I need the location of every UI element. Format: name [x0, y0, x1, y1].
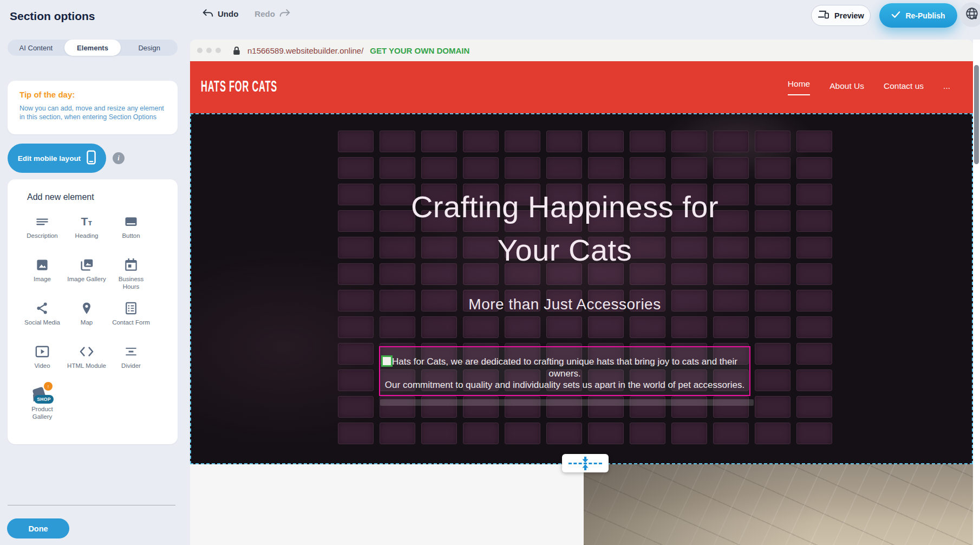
social-media-icon	[35, 299, 50, 318]
element-image-gallery[interactable]: Image Gallery	[65, 255, 108, 299]
hero-tile	[463, 157, 499, 179]
hero-tile	[755, 396, 790, 418]
hero-tile	[338, 316, 374, 338]
hero-section-selected[interactable]: Crafting Happiness for Your Cats More th…	[190, 113, 973, 464]
hero-tile	[630, 316, 665, 338]
hero-tile	[421, 157, 457, 179]
image-gallery-icon	[79, 255, 95, 275]
hero-tile	[338, 396, 374, 418]
element-button[interactable]: Button	[109, 212, 153, 255]
hero-tile	[380, 157, 415, 179]
element-description[interactable]: Description	[21, 212, 64, 255]
hero-tile	[421, 423, 457, 444]
hero-tile	[755, 316, 790, 338]
selected-text-element[interactable]: Hats for Cats, we are dedicated to craft…	[379, 346, 750, 396]
hero-tile	[463, 316, 499, 338]
hero-tile	[338, 343, 374, 365]
hero-tile	[505, 157, 540, 179]
element-heading[interactable]: Tт Heading	[65, 212, 108, 255]
hero-tile	[630, 157, 665, 179]
info-icon[interactable]: i	[113, 152, 125, 164]
heading-icon: Tт	[79, 212, 95, 231]
hero-tile	[671, 316, 707, 338]
hero-tile	[713, 157, 749, 179]
element-map[interactable]: Map	[65, 299, 108, 342]
hero-tile	[588, 131, 624, 152]
nav-contact-us[interactable]: Contact us	[884, 81, 924, 93]
done-button[interactable]: Done	[7, 518, 69, 538]
sidebar-divider	[8, 505, 175, 505]
hero-tile	[796, 157, 832, 179]
product-gallery-icon: ↑ SHOP	[31, 385, 54, 405]
hero-tile	[713, 316, 749, 338]
hero-tile	[463, 131, 499, 152]
hero-tile	[671, 423, 707, 444]
business-hours-icon	[123, 255, 139, 275]
element-business-hours[interactable]: Business Hours	[109, 255, 153, 299]
element-contact-form[interactable]: Contact Form	[109, 299, 153, 342]
nav-home[interactable]: Home	[788, 79, 810, 95]
tip-of-the-day-card: Tip of the day: Now you can add, move an…	[8, 81, 178, 134]
hero-tile	[755, 131, 790, 152]
element-video[interactable]: Video	[21, 342, 64, 385]
nav-about-us[interactable]: About Us	[829, 81, 864, 93]
scrollbar-thumb[interactable]	[974, 65, 979, 164]
hero-tile	[546, 316, 582, 338]
divider-icon	[123, 342, 139, 361]
tab-design[interactable]: Design	[121, 40, 178, 56]
hero-tile	[380, 423, 415, 444]
hero-tile	[546, 157, 582, 179]
hero-tile	[338, 157, 374, 179]
hero-tile	[505, 316, 540, 338]
image-icon	[35, 255, 50, 275]
hero-tile	[588, 157, 624, 179]
nav-more-dots[interactable]: ...	[943, 81, 950, 93]
hero-tile	[755, 369, 790, 391]
site-nav: Home About Us Contact us ...	[788, 61, 950, 113]
tab-ai-content[interactable]: AI Content	[8, 40, 64, 56]
button-icon	[123, 212, 139, 231]
hero-paragraph: Hats for Cats, we are dedicated to craft…	[380, 347, 749, 391]
hero-tile	[380, 316, 415, 338]
element-ghost-bar	[380, 399, 754, 406]
hero-tile	[713, 423, 749, 444]
element-product-gallery[interactable]: ↑ SHOP Product Gallery	[21, 385, 64, 429]
element-html-module[interactable]: HTML Module	[65, 342, 108, 385]
get-domain-link[interactable]: GET YOUR OWN DOMAIN	[370, 46, 469, 55]
site-logo[interactable]: HATS FOR CATS	[201, 77, 277, 96]
hero-tile	[421, 131, 457, 152]
scrollbar-track[interactable]	[973, 40, 980, 545]
hero-tile	[755, 343, 790, 365]
video-icon	[34, 342, 50, 361]
sidebar-tabbar: AI Content Elements Design	[8, 40, 178, 56]
hero-tile	[463, 423, 499, 444]
element-grid: Description Tт Heading Button Image Imag…	[21, 212, 155, 429]
editor-stage: n1566589.websitebuilder.online/ GET YOUR…	[190, 0, 980, 545]
edit-mobile-label: Edit mobile layout	[18, 154, 81, 163]
next-section-photo	[584, 464, 973, 545]
hero-tile	[588, 316, 624, 338]
arrow-down-icon	[582, 457, 589, 463]
element-divider[interactable]: Divider	[109, 342, 153, 385]
add-element-title: Add new element	[27, 192, 94, 202]
element-drag-handle[interactable]	[381, 355, 393, 367]
site-url[interactable]: n1566589.websitebuilder.online/	[247, 46, 363, 55]
html-module-icon	[79, 342, 95, 361]
hero-tile	[505, 131, 540, 152]
element-social-media[interactable]: Social Media	[21, 299, 64, 342]
hero-tile	[713, 131, 749, 152]
tab-elements[interactable]: Elements	[64, 40, 121, 56]
phone-icon	[87, 150, 96, 166]
hero-tile	[671, 131, 707, 152]
map-pin-icon	[80, 299, 94, 318]
hero-tile	[338, 369, 374, 391]
hero-tile	[588, 423, 624, 444]
browser-traffic-lights	[197, 48, 221, 53]
element-image[interactable]: Image	[21, 255, 64, 299]
hero-subheading: More than Just Accessories	[240, 294, 890, 315]
section-resize-handle[interactable]	[562, 454, 609, 472]
page-title: Section options	[10, 10, 95, 23]
edit-mobile-layout-button[interactable]: Edit mobile layout	[8, 144, 106, 173]
hero-tile	[796, 343, 832, 365]
lock-icon	[233, 46, 240, 55]
